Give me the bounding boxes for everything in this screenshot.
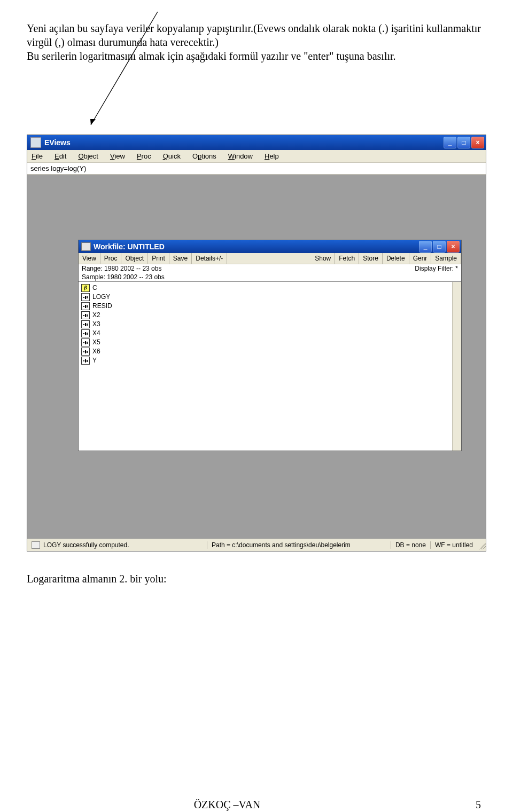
resize-grip[interactable] [477,541,486,549]
command-line[interactable]: series logy=log(Y) [27,163,486,175]
sample-label: Sample: 1980 2002 -- 23 obs [82,273,415,281]
wf-maximize-button[interactable]: □ [433,241,446,253]
series-item[interactable]: X2 [81,311,458,320]
series-icon [81,329,90,337]
status-db: DB = none [391,541,430,549]
menu-object[interactable]: Object [78,152,98,160]
svg-line-0 [91,12,158,125]
after-paragraph: Logararitma almanın 2. bir yolu: [27,573,486,585]
tb-view[interactable]: View [79,253,100,264]
series-icon [81,320,90,328]
series-icon [81,338,90,346]
series-icon [81,302,90,310]
tb-show[interactable]: Show [311,253,335,264]
tb-print[interactable]: Print [148,253,169,264]
menu-file[interactable]: File [32,152,43,160]
workfile-title: Workfile: UNTITLED [94,242,419,251]
eviews-main-window: EViews _ □ × File Edit Object View Proc … [27,135,486,551]
series-item[interactable]: X6 [81,347,458,356]
close-button[interactable]: × [471,137,484,148]
status-wf: WF = untitled [430,541,477,549]
maximize-button[interactable]: □ [457,137,470,148]
tb-sample[interactable]: Sample [431,253,461,264]
series-icon [81,293,90,301]
series-item[interactable]: X5 [81,338,458,347]
menu-proc[interactable]: Proc [137,152,151,160]
titlebar: EViews _ □ × [27,135,486,150]
app-icon [30,137,41,148]
status-icon [32,541,40,549]
minimize-button[interactable]: _ [444,137,456,148]
series-item[interactable]: RESID [81,302,458,311]
series-item[interactable]: βC [81,283,458,293]
app-title: EViews [44,138,444,147]
menu-quick[interactable]: Quick [163,152,181,160]
workfile-window: Workfile: UNTITLED _ □ × View Proc Objec… [78,240,462,451]
series-icon [81,348,90,356]
series-item[interactable]: LOGY [81,293,458,302]
series-item[interactable]: X4 [81,329,458,338]
coef-icon: β [81,284,90,292]
status-path: Path = c:\documents and settings\deu\bel… [207,541,391,549]
status-msg: LOGY successfully computed. [43,541,129,549]
wf-close-button[interactable]: × [447,241,460,253]
tb-fetch[interactable]: Fetch [335,253,359,264]
menu-window[interactable]: Window [228,152,253,160]
workfile-info: Range: 1980 2002 -- 23 obs Sample: 1980 … [79,264,461,282]
wf-minimize-button[interactable]: _ [419,241,432,253]
filter-label: Display Filter: * [415,264,458,281]
workfile-titlebar: Workfile: UNTITLED _ □ × [79,240,461,253]
menubar: File Edit Object View Proc Quick Options… [27,150,486,163]
tb-object[interactable]: Object [121,253,148,264]
footer-pagenum: 5 [428,799,486,811]
tb-proc[interactable]: Proc [100,253,122,264]
tb-delete[interactable]: Delete [383,253,409,264]
range-label: Range: 1980 2002 -- 23 obs [82,264,415,273]
callout-arrow [27,65,486,129]
menu-view[interactable]: View [110,152,125,160]
workfile-toolbar: View Proc Object Print Save Details+/- S… [79,253,461,264]
series-icon [81,311,90,319]
menu-edit[interactable]: Edit [55,152,66,160]
menu-help[interactable]: Help [265,152,279,160]
tb-store[interactable]: Store [359,253,383,264]
page-footer: ÖZKOÇ –VAN 5 [27,799,486,812]
tb-details[interactable]: Details+/- [192,253,227,264]
series-list: βC LOGY RESID X2 X3 X4 X5 X6 Y [79,282,461,451]
series-item[interactable]: X3 [81,320,458,329]
statusbar: LOGY successfully computed. Path = c:\do… [27,539,486,551]
tb-genr[interactable]: Genr [409,253,432,264]
series-icon [81,357,90,365]
footer-center: ÖZKOÇ –VAN [27,799,428,811]
menu-options[interactable]: Options [192,152,216,160]
svg-marker-1 [90,119,96,125]
mdi-workspace: Workfile: UNTITLED _ □ × View Proc Objec… [27,175,486,539]
tb-save[interactable]: Save [169,253,192,264]
series-item[interactable]: Y [81,356,458,365]
workfile-icon [81,242,91,251]
